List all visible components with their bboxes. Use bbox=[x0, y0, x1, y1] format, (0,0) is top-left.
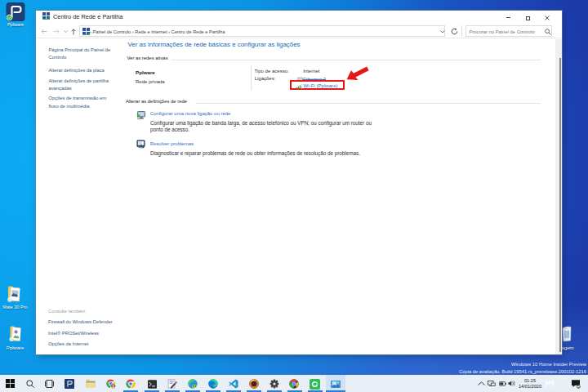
svg-text:5: 5 bbox=[577, 385, 580, 389]
